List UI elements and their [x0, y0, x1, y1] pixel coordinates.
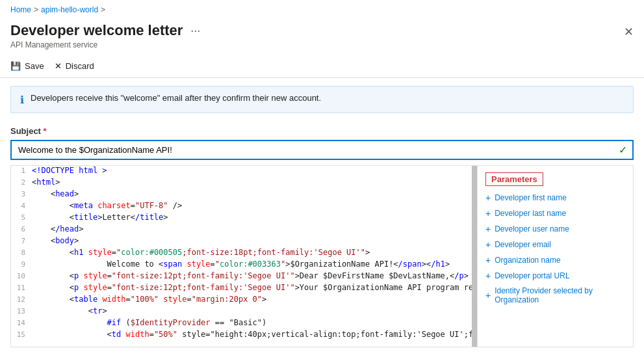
param-item[interactable]: +Identity Provider selected by Organizat…	[485, 286, 625, 304]
param-plus-icon: +	[485, 193, 491, 203]
param-plus-icon: +	[485, 239, 491, 250]
code-line: 8 <h1 style="color:#000505;font-size:18p…	[11, 248, 472, 260]
page-subtitle: API Management service	[10, 40, 203, 49]
params-panel: Parameters +Developer first name+Develop…	[477, 166, 633, 347]
param-plus-icon: +	[485, 255, 491, 265]
save-button[interactable]: 💾 Save	[10, 59, 44, 74]
close-button[interactable]: ✕	[624, 25, 634, 39]
discard-button[interactable]: ✕ Discard	[55, 59, 94, 74]
breadcrumb-apim[interactable]: apim-hello-world	[41, 5, 98, 14]
header-left: Developer welcome letter ··· API Managem…	[10, 22, 203, 49]
code-line: 5 <title>Letter</title>	[11, 213, 472, 224]
code-line: 7 <body>	[11, 236, 472, 248]
subject-section: Subject * ✓	[0, 121, 644, 160]
param-item[interactable]: +Developer last name	[485, 208, 625, 219]
param-item[interactable]: +Organization name	[485, 255, 625, 265]
breadcrumb: Home > apim-hello-world >	[0, 0, 644, 20]
param-plus-icon: +	[485, 271, 491, 281]
subject-input-row: ✓	[10, 140, 634, 160]
subject-check-icon: ✓	[613, 144, 632, 156]
param-label: Developer first name	[495, 193, 567, 202]
param-item[interactable]: +Developer first name	[485, 193, 625, 203]
param-label: Developer email	[495, 240, 551, 249]
code-line: 15 <td width="50%" style="height:40px;ve…	[11, 330, 472, 341]
code-line: 4 <meta charset="UTF-8" />	[11, 201, 472, 213]
code-line: 14 #if ($IdentityProvider == "Basic")	[11, 318, 472, 330]
params-title: Parameters	[485, 172, 543, 186]
main-area: 1<!DOCTYPE html >2<html>3 <head>4 <meta …	[10, 165, 634, 347]
info-text: Developers receive this "welcome" email …	[31, 93, 321, 103]
info-icon: ℹ	[20, 94, 24, 106]
param-plus-icon: +	[485, 224, 491, 234]
more-options-button[interactable]: ···	[188, 24, 203, 38]
code-line: 1<!DOCTYPE html >	[11, 166, 472, 178]
code-line: 3 <head>	[11, 189, 472, 201]
code-line: 2<html>	[11, 178, 472, 189]
subject-label: Subject *	[10, 126, 634, 136]
toolbar: 💾 Save ✕ Discard	[0, 55, 644, 78]
breadcrumb-sep1: >	[34, 5, 38, 14]
param-item[interactable]: +Developer user name	[485, 224, 625, 234]
param-label: Developer user name	[495, 224, 569, 234]
save-icon: 💾	[10, 61, 21, 71]
param-label: Developer portal URL	[495, 271, 569, 280]
param-item[interactable]: +Developer portal URL	[485, 271, 625, 281]
code-line: 13 <tr>	[11, 306, 472, 318]
param-label: Organization name	[495, 256, 560, 265]
code-line: 12 <table width="100%" style="margin:20p…	[11, 295, 472, 306]
page-title: Developer welcome letter	[10, 22, 183, 39]
code-line: 6 </head>	[11, 224, 472, 236]
subject-input[interactable]	[12, 141, 613, 159]
param-label: Developer last name	[495, 209, 566, 218]
code-line: 11 <p style="font-size:12pt;font-family:…	[11, 283, 472, 295]
discard-label: Discard	[66, 61, 94, 71]
param-plus-icon: +	[485, 290, 491, 301]
breadcrumb-home[interactable]: Home	[10, 5, 31, 14]
param-plus-icon: +	[485, 208, 491, 219]
discard-icon: ✕	[55, 61, 62, 71]
code-editor[interactable]: 1<!DOCTYPE html >2<html>3 <head>4 <meta …	[11, 166, 472, 347]
code-line: 9 Welcome to <span style="color:#003363"…	[11, 260, 472, 271]
breadcrumb-sep2: >	[101, 5, 105, 14]
header-bar: Developer welcome letter ··· API Managem…	[0, 20, 644, 55]
save-label: Save	[25, 61, 44, 71]
info-bar: ℹ Developers receive this "welcome" emai…	[10, 86, 634, 113]
param-item[interactable]: +Developer email	[485, 239, 625, 250]
title-row: Developer welcome letter ···	[10, 22, 203, 39]
param-label: Identity Provider selected by Organizati…	[495, 286, 625, 304]
code-line: 10 <p style="font-size:12pt;font-family:…	[11, 271, 472, 283]
scrollbar[interactable]	[472, 166, 477, 347]
